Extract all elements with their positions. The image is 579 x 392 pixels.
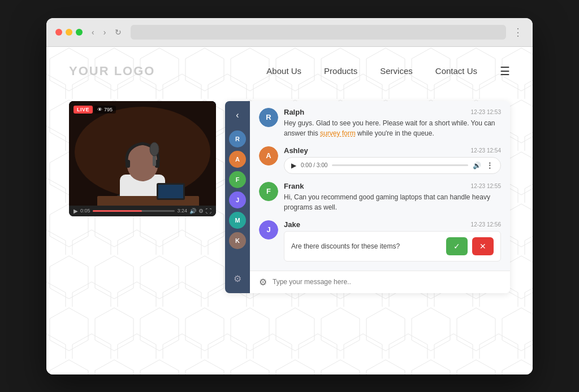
- ashley-name: Ashley: [284, 146, 308, 155]
- video-yt-controls: 🔊 ⚙ ⛶: [189, 208, 211, 214]
- back-button[interactable]: ‹: [89, 27, 97, 38]
- main-content: LIVE 👁 795 ▶ 0:05 3:24 🔊 ⚙: [46, 90, 533, 316]
- frank-name: Frank: [284, 182, 304, 190]
- gear-icon[interactable]: ⚙: [259, 277, 267, 288]
- ashley-content: Ashley 12-23 12:54 ▶ 0:00 / 3:00 🔊 ⋮: [284, 146, 501, 174]
- sidebar-avatar-2[interactable]: A: [229, 151, 246, 168]
- ralph-time: 12-23 12:53: [471, 109, 501, 115]
- frank-header: Frank 12-23 12:55: [284, 182, 501, 190]
- jake-content: Jake 12-23 12:56 Are there discounts for…: [284, 220, 501, 262]
- nav-links: About Us Products Services Contact Us ☰: [266, 66, 510, 77]
- nav-services[interactable]: Services: [380, 66, 413, 76]
- browser-window: ‹ › ↻ ⋮ YOUR LOGO About Us Products: [46, 18, 533, 374]
- frank-text: Hi, Can you recommend good gaming laptop…: [284, 192, 501, 212]
- message-ralph: R Ralph 12-23 12:53 Hey guys. Glad to se…: [259, 108, 501, 138]
- audio-time: 0:00 / 3:00: [301, 162, 327, 168]
- refresh-button[interactable]: ↻: [113, 27, 124, 38]
- jake-header: Jake 12-23 12:56: [284, 220, 501, 229]
- video-play-icon[interactable]: ▶: [74, 208, 78, 214]
- chat-input[interactable]: [273, 278, 501, 286]
- maximize-button[interactable]: [76, 29, 83, 36]
- chat-panel: ‹ R A F J M: [225, 101, 510, 293]
- website-content: YOUR LOGO About Us Products Services Con…: [46, 47, 533, 374]
- ralph-content: Ralph 12-23 12:53 Hey guys. Glad to see …: [284, 108, 501, 138]
- jake-text: Are there discounts for these items?: [291, 242, 442, 250]
- logo: YOUR LOGO: [69, 64, 155, 79]
- survey-link[interactable]: survey form: [320, 129, 356, 137]
- jake-time: 12-23 12:56: [471, 221, 501, 228]
- video-player: LIVE 👁 795 ▶ 0:05 3:24 🔊 ⚙: [69, 101, 216, 216]
- frank-content: Frank 12-23 12:55 Hi, Can you recommend …: [284, 182, 501, 212]
- chat-input-row: ⚙: [250, 271, 510, 293]
- video-end-time: 3:24: [177, 208, 187, 214]
- address-bar[interactable]: [131, 25, 506, 40]
- audio-play-button[interactable]: ▶: [291, 162, 296, 169]
- hamburger-menu[interactable]: ☰: [500, 66, 510, 77]
- viewer-count: 👁 795: [94, 106, 116, 114]
- audio-volume-icon[interactable]: 🔊: [473, 162, 481, 169]
- volume-icon[interactable]: 🔊: [189, 208, 196, 214]
- ashley-time: 12-23 12:54: [471, 147, 501, 154]
- traffic-lights: [55, 29, 83, 36]
- forward-button[interactable]: ›: [101, 27, 109, 38]
- nav-contact[interactable]: Contact Us: [435, 66, 477, 76]
- chat-main: R Ralph 12-23 12:53 Hey guys. Glad to se…: [250, 101, 510, 293]
- audio-player: ▶ 0:00 / 3:00 🔊 ⋮: [284, 157, 501, 174]
- nav-products[interactable]: Products: [324, 66, 357, 76]
- avatar-ralph: R: [259, 108, 278, 127]
- settings-icon[interactable]: ⚙: [198, 208, 204, 214]
- message-jake: J Jake 12-23 12:56 Are there discounts f…: [259, 220, 501, 262]
- sidebar-avatar-1[interactable]: R: [229, 130, 246, 147]
- sidebar-settings-icon[interactable]: ⚙: [234, 269, 241, 289]
- browser-menu-dots[interactable]: ⋮: [513, 26, 524, 38]
- chat-sidebar: ‹ R A F J M: [225, 101, 250, 293]
- sidebar-avatar-6[interactable]: K: [229, 232, 246, 249]
- reject-button[interactable]: ✕: [472, 237, 494, 255]
- audio-menu-icon[interactable]: ⋮: [486, 161, 494, 170]
- ralph-name: Ralph: [284, 108, 304, 116]
- sidebar-avatar-3[interactable]: F: [229, 171, 246, 188]
- close-button[interactable]: [55, 29, 62, 36]
- message-ashley: A Ashley 12-23 12:54 ▶ 0:00 / 3:00: [259, 146, 501, 174]
- live-badge: LIVE: [74, 106, 93, 114]
- svg-point-13: [150, 142, 159, 156]
- video-progress[interactable]: [93, 210, 175, 212]
- avatar-ashley: A: [259, 146, 278, 165]
- minimize-button[interactable]: [66, 29, 72, 36]
- video-scene: [69, 101, 216, 206]
- audio-progress-bar[interactable]: [332, 164, 468, 166]
- browser-nav: ‹ › ↻: [89, 27, 124, 38]
- message-frank: F Frank 12-23 12:55 Hi, Can you recommen…: [259, 182, 501, 212]
- chat-messages: R Ralph 12-23 12:53 Hey guys. Glad to se…: [250, 101, 510, 271]
- svg-rect-16: [158, 185, 183, 198]
- svg-rect-10: [126, 160, 130, 168]
- avatar-frank: F: [259, 182, 278, 201]
- fullscreen-icon[interactable]: ⛶: [206, 208, 211, 214]
- sidebar-avatar-4[interactable]: J: [229, 191, 246, 208]
- ashley-header: Ashley 12-23 12:54: [284, 146, 501, 155]
- video-frame: LIVE 👁 795: [69, 101, 216, 206]
- video-controls: ▶ 0:05 3:24 🔊 ⚙ ⛶: [69, 206, 216, 216]
- avatar-jake: J: [259, 220, 278, 239]
- approve-button[interactable]: ✓: [446, 237, 468, 255]
- sidebar-back-button[interactable]: ‹: [236, 106, 239, 125]
- video-time: 0:05: [80, 208, 90, 214]
- frank-time: 12-23 12:55: [471, 183, 501, 189]
- sidebar-avatar-5[interactable]: M: [229, 212, 246, 229]
- nav-about[interactable]: About Us: [266, 66, 301, 76]
- navbar: YOUR LOGO About Us Products Services Con…: [46, 47, 533, 90]
- jake-message-row: Are there discounts for these items? ✓ ✕: [284, 231, 501, 262]
- jake-name: Jake: [284, 220, 300, 229]
- browser-chrome: ‹ › ↻ ⋮: [46, 18, 533, 47]
- ralph-text: Hey guys. Glad to see you here. Please w…: [284, 118, 501, 138]
- ralph-header: Ralph 12-23 12:53: [284, 108, 501, 116]
